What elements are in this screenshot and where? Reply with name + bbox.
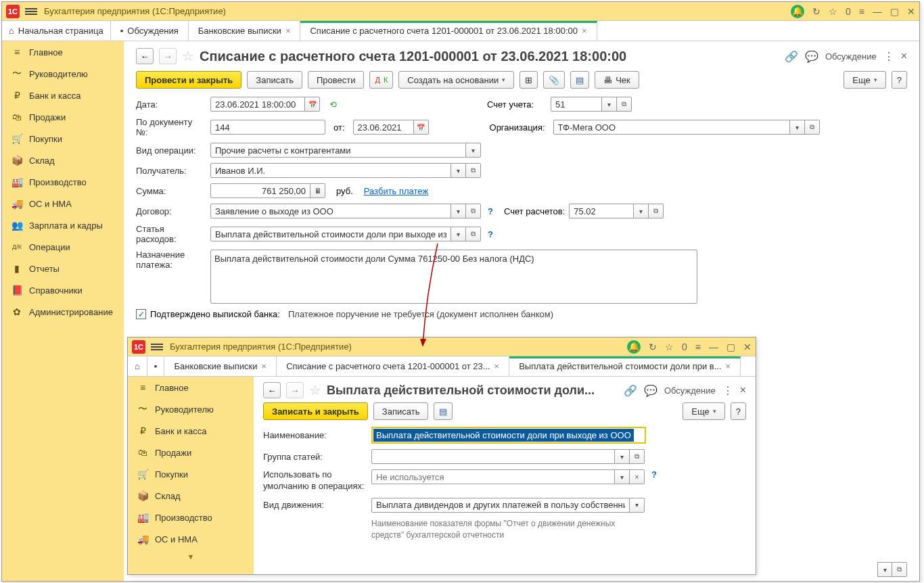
list-button[interactable]: ▤: [570, 71, 589, 89]
expense-input[interactable]: [210, 227, 451, 241]
maximize-icon[interactable]: ▢: [726, 342, 735, 352]
close-icon[interactable]: ×: [262, 361, 267, 371]
chat-icon[interactable]: 💬: [644, 384, 657, 397]
link-icon[interactable]: 🔗: [785, 50, 798, 63]
open-icon[interactable]: ⧉: [630, 449, 645, 464]
menu-icon[interactable]: [25, 7, 37, 16]
sidebar-item-reports[interactable]: ▮Отчеты: [2, 258, 124, 279]
create-based-button[interactable]: Создать на основании▾: [398, 71, 514, 89]
purpose-input[interactable]: [210, 250, 697, 304]
sidebar-item-warehouse[interactable]: 📦Склад: [2, 149, 124, 171]
org-input[interactable]: [553, 120, 790, 135]
tab-home[interactable]: ⌂ Начальная страница: [2, 21, 111, 41]
help-icon[interactable]: ?: [485, 206, 496, 216]
discussion-label[interactable]: Обсуждение: [825, 51, 877, 62]
minimize-icon[interactable]: —: [709, 342, 718, 352]
dropdown-icon[interactable]: ▾: [466, 143, 481, 158]
open-icon[interactable]: ⧉: [466, 163, 481, 178]
sidebar-item-main[interactable]: ≡Главное: [128, 377, 254, 398]
dropdown-icon[interactable]: ▾: [790, 120, 805, 135]
filter-icon[interactable]: ≡: [695, 342, 701, 352]
settleacct-input[interactable]: [569, 204, 634, 218]
calendar-icon[interactable]: 📅: [414, 120, 429, 135]
tab-document[interactable]: Списание с расчетного счета 1201-000001 …: [300, 21, 597, 41]
sidebar-item-manager[interactable]: 〜Руководителю: [2, 63, 124, 85]
clear-icon[interactable]: ×: [630, 469, 645, 484]
open-icon[interactable]: ⧉: [466, 227, 481, 241]
docno-input[interactable]: [210, 120, 325, 135]
movement-input[interactable]: [371, 498, 630, 513]
more-button[interactable]: Еще▾: [844, 71, 885, 89]
tab-bank[interactable]: Банковские выписки×: [164, 356, 277, 376]
favorite-icon[interactable]: ☆: [182, 48, 194, 64]
sidebar-item-manager[interactable]: 〜Руководителю: [128, 398, 254, 420]
tab-discuss[interactable]: ▪: [147, 356, 165, 376]
dropdown-icon[interactable]: ▾: [602, 97, 617, 112]
calendar-icon[interactable]: 📅: [305, 97, 320, 112]
sidebar-item-bank[interactable]: ₽Банк и касса: [2, 85, 124, 106]
tab-document[interactable]: Списание с расчетного счета 1201-000001 …: [277, 356, 509, 376]
tab-bank[interactable]: Банковские выписки ×: [189, 21, 301, 41]
more-button[interactable]: Еще▾: [683, 402, 724, 420]
forward-button[interactable]: →: [159, 48, 177, 64]
contract-input[interactable]: [210, 204, 451, 218]
sidebar-item-assets[interactable]: 🚚ОС и НМА: [2, 193, 124, 214]
maximize-icon[interactable]: ▢: [890, 6, 899, 17]
dropdown-icon[interactable]: ▾: [615, 469, 630, 484]
list-button[interactable]: ▤: [434, 402, 453, 420]
chat-icon[interactable]: 💬: [805, 50, 818, 63]
optype-input[interactable]: [210, 143, 466, 158]
open-icon[interactable]: ⧉: [805, 120, 820, 135]
close-icon[interactable]: ×: [726, 361, 731, 371]
sidebar-item-assets[interactable]: 🚚ОС и НМА: [128, 528, 254, 550]
sidebar-item-production[interactable]: 🏭Производство: [128, 507, 254, 528]
history-icon[interactable]: ↻: [649, 342, 657, 352]
bell-icon[interactable]: 🔔: [791, 5, 804, 18]
sidebar-item-main[interactable]: ≡Главное: [2, 41, 124, 63]
sidebar-item-warehouse[interactable]: 📦Склад: [128, 485, 254, 507]
tab-discussions[interactable]: ▪ Обсуждения: [111, 21, 189, 41]
help-icon[interactable]: ?: [649, 469, 660, 480]
dropdown-icon[interactable]: ▾: [615, 449, 630, 464]
calc-icon[interactable]: 🖩: [310, 183, 325, 198]
amount-input[interactable]: [210, 183, 310, 198]
help-button[interactable]: ?: [731, 402, 746, 420]
close-icon[interactable]: ×: [740, 384, 746, 396]
minimize-icon[interactable]: —: [873, 6, 882, 17]
bell-icon[interactable]: 🔔: [627, 340, 641, 354]
dropdown-icon[interactable]: ▾: [634, 204, 649, 218]
sidebar-item-sales[interactable]: 🛍Продажи: [128, 442, 254, 463]
sidebar-item-admin[interactable]: ✿Администрирование: [2, 301, 124, 323]
sidebar-item-salary[interactable]: 👥Зарплата и кадры: [2, 214, 124, 236]
docdate-input[interactable]: [353, 120, 414, 135]
close-icon[interactable]: ✕: [743, 342, 752, 352]
discussion-label[interactable]: Обсуждение: [664, 386, 716, 396]
dropdown-icon[interactable]: ▾: [451, 227, 466, 241]
sidebar-item-catalogs[interactable]: 📕Справочники: [2, 279, 124, 301]
save-button[interactable]: Записать: [247, 71, 302, 89]
dropdown-icon[interactable]: ▾: [451, 204, 466, 218]
save-close-button[interactable]: Записать и закрыть: [263, 402, 368, 420]
close-icon[interactable]: ×: [494, 361, 500, 371]
sidebar-item-operations[interactable]: Д/КОперации: [2, 236, 124, 258]
star-icon[interactable]: ☆: [829, 6, 837, 17]
forward-button[interactable]: →: [286, 382, 304, 398]
dropdown-icon[interactable]: ▾: [630, 498, 645, 513]
confirmed-checkbox[interactable]: ✓: [136, 309, 146, 319]
dtkt-button[interactable]: ДК: [369, 71, 393, 89]
execute-button[interactable]: Провести: [308, 71, 365, 89]
dropdown-icon[interactable]: ▾: [451, 163, 466, 178]
sidebar-item-sales[interactable]: 🛍Продажи: [2, 106, 124, 128]
refresh-icon[interactable]: ⟲: [329, 99, 337, 110]
open-icon[interactable]: ⧉: [466, 204, 481, 218]
open-icon[interactable]: ⧉: [617, 97, 632, 112]
close-icon[interactable]: ✕: [907, 6, 915, 17]
save-button[interactable]: Записать: [373, 402, 429, 420]
tab-article[interactable]: Выплата действительной стоимости доли пр…: [509, 356, 741, 376]
group-input[interactable]: [371, 449, 615, 464]
menu-icon[interactable]: [151, 342, 163, 352]
filter-icon[interactable]: ≡: [859, 6, 864, 17]
dropdown-icon[interactable]: ▾: [877, 562, 892, 577]
recipient-input[interactable]: [210, 163, 451, 178]
history-icon[interactable]: ↻: [812, 6, 821, 17]
